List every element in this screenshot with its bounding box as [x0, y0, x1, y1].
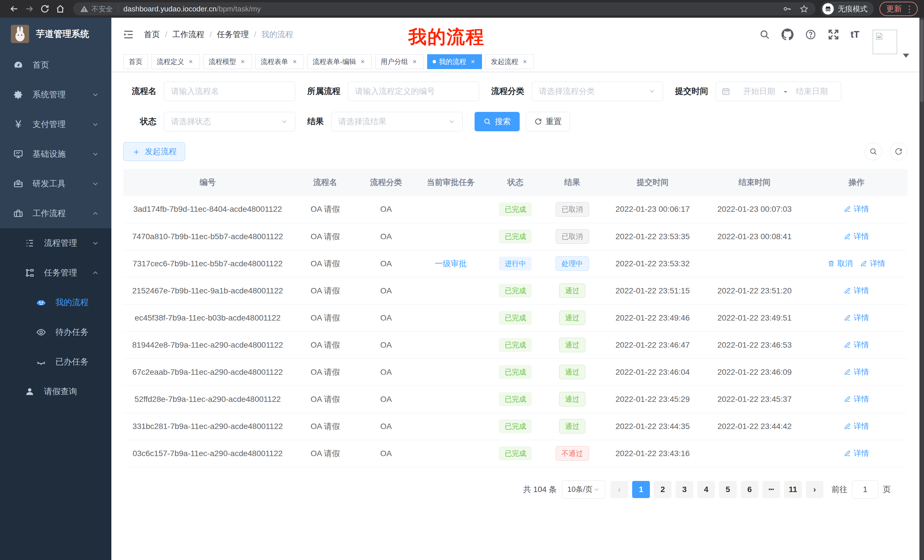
sidebar-item-研发工具[interactable]: 研发工具	[0, 169, 111, 199]
home-icon[interactable]	[52, 1, 68, 16]
search-button[interactable]: 搜索	[475, 112, 520, 131]
breadcrumb-item[interactable]: 工作流程	[172, 29, 204, 40]
detail-link[interactable]: 详情	[844, 285, 869, 296]
sidebar-item-我的流程[interactable]: 我的流程	[0, 288, 111, 317]
sidebar-item-支付管理[interactable]: ¥支付管理	[0, 109, 111, 139]
tab-流程表单-编辑[interactable]: 流程表单-编辑×	[307, 54, 372, 69]
detail-link[interactable]: 详情	[844, 204, 869, 214]
cancel-link[interactable]: 取消	[828, 258, 853, 269]
sidebar-item-首页[interactable]: 首页	[0, 50, 111, 80]
tab-用户分组[interactable]: 用户分组×	[375, 54, 424, 69]
breadcrumb-item[interactable]: 首页	[144, 29, 160, 40]
eye-closed-icon	[35, 357, 47, 367]
detail-link[interactable]: 详情	[844, 394, 869, 404]
sidebar: 芋道管理系统 首页系统管理¥支付管理基础设施研发工具工作流程流程管理任务管理我的…	[0, 18, 111, 560]
chevron-down-icon	[92, 91, 99, 99]
annotation-text: 我的流程	[408, 24, 485, 49]
forward-icon[interactable]	[22, 1, 37, 16]
status-select[interactable]: 请选择状态	[164, 112, 295, 131]
end-date-input[interactable]: 结束日期	[789, 86, 835, 97]
cell-name: OA 请假	[292, 223, 358, 250]
page-button-11[interactable]: 11	[784, 481, 802, 498]
detail-link[interactable]: 详情	[844, 448, 869, 458]
category-select[interactable]: 请选择流程分类	[532, 82, 663, 101]
close-icon[interactable]: ×	[359, 58, 366, 66]
parent-process-input[interactable]: 请输入流程定义的编号	[348, 82, 479, 101]
avatar[interactable]	[873, 30, 897, 54]
close-icon[interactable]: ×	[469, 58, 477, 66]
start-date-input[interactable]: 开始日期	[736, 86, 782, 97]
process-table: 编号流程名流程分类当前审批任务状态结果提交时间结束时间操作 3ad174fb-7…	[123, 169, 908, 467]
tab-我的流程[interactable]: 我的流程×	[427, 54, 482, 69]
update-button[interactable]: 更新 ⋮	[879, 2, 918, 16]
reload-icon[interactable]	[37, 1, 52, 16]
row-actions: 详情	[844, 231, 869, 241]
sidebar-item-基础设施[interactable]: 基础设施	[0, 139, 111, 169]
close-icon[interactable]: ×	[239, 58, 246, 66]
goto-page-input[interactable]: 1	[852, 481, 878, 499]
search-icon[interactable]	[759, 29, 770, 40]
page-size-select[interactable]: 10条/页	[562, 481, 605, 499]
refresh-icon[interactable]	[890, 143, 908, 160]
incognito-icon	[822, 3, 834, 15]
back-icon[interactable]	[6, 1, 22, 16]
sidebar-item-系统管理[interactable]: 系统管理	[0, 80, 111, 109]
address-bar[interactable]: 不安全 dashboard.yudao.iocoder.cn /bpm/task…	[73, 2, 816, 15]
tab-流程模型[interactable]: 流程模型×	[203, 54, 252, 69]
help-icon[interactable]	[805, 29, 816, 40]
main-area: 首页/工作流程/任务管理/我的流程 我的流程 tT	[111, 18, 920, 560]
tab-发起流程[interactable]: 发起流程×	[485, 54, 534, 69]
page-button-5[interactable]: 5	[719, 481, 736, 498]
cell-task[interactable]: 一级审批	[414, 250, 488, 277]
detail-link[interactable]: 详情	[844, 367, 869, 377]
column-header-当前审批任务: 当前审批任务	[414, 169, 488, 196]
tab-流程定义[interactable]: 流程定义×	[152, 54, 200, 69]
sidebar-item-工作流程[interactable]: 工作流程	[0, 199, 111, 228]
page-button-3[interactable]: 3	[676, 481, 693, 498]
sidebar-item-label: 请假查询	[44, 386, 111, 397]
status-badge: 已完成	[499, 338, 532, 352]
submit-time-range[interactable]: 开始日期 - 结束日期	[716, 82, 841, 101]
prev-page-button[interactable]: ‹	[610, 481, 628, 498]
result-select[interactable]: 请选择流结果	[331, 112, 463, 131]
close-icon[interactable]: ×	[521, 58, 528, 66]
tab-首页[interactable]: 首页	[123, 54, 148, 69]
page-button-4[interactable]: 4	[697, 481, 715, 498]
browser-menu-icon[interactable]: ⋮	[905, 4, 914, 14]
reset-button[interactable]: 重置	[526, 112, 570, 131]
sidebar-item-任务管理[interactable]: 任务管理	[0, 258, 111, 288]
font-size-icon[interactable]: tT	[850, 29, 860, 40]
tab-流程表单[interactable]: 流程表单×	[255, 54, 304, 69]
breadcrumb-item[interactable]: 任务管理	[217, 29, 249, 40]
sidebar-item-流程管理[interactable]: 流程管理	[0, 228, 111, 258]
sidebar-item-待办任务[interactable]: 待办任务	[0, 317, 111, 347]
close-icon[interactable]: ×	[411, 58, 418, 66]
table-row: 03c6c157-7b9a-11ec-a290-acde48001122OA 请…	[123, 440, 908, 467]
detail-link[interactable]: 详情	[860, 258, 885, 269]
page-button-6[interactable]: 6	[741, 481, 758, 498]
detail-link[interactable]: 详情	[844, 340, 869, 350]
page-button-2[interactable]: 2	[654, 481, 672, 498]
detail-link[interactable]: 详情	[844, 421, 869, 431]
detail-link[interactable]: 详情	[844, 231, 869, 241]
avatar-dropdown-caret[interactable]	[903, 54, 909, 58]
scrollbar-thumb[interactable]	[920, 19, 923, 102]
monitor-icon	[12, 149, 24, 159]
close-icon[interactable]: ×	[187, 58, 195, 66]
create-process-button[interactable]: ＋ 发起流程	[123, 142, 185, 161]
key-icon[interactable]	[782, 4, 792, 13]
fullscreen-icon[interactable]	[828, 29, 839, 40]
sidebar-item-请假查询[interactable]: 请假查询	[0, 377, 111, 406]
detail-link[interactable]: 详情	[844, 313, 869, 323]
bookmark-star-icon[interactable]	[800, 4, 808, 13]
toggle-search-icon[interactable]	[865, 143, 882, 160]
close-icon[interactable]: ×	[291, 58, 298, 66]
process-name-input[interactable]: 请输入流程名	[164, 82, 295, 101]
sidebar-item-已办任务[interactable]: 已办任务	[0, 347, 111, 377]
sidebar-collapse-icon[interactable]	[123, 29, 134, 40]
github-icon[interactable]	[782, 28, 794, 40]
scrollbar[interactable]	[920, 18, 924, 560]
next-page-button[interactable]: ›	[806, 481, 824, 498]
more-pages-button[interactable]: •••	[762, 481, 780, 498]
page-button-1[interactable]: 1	[632, 481, 650, 498]
